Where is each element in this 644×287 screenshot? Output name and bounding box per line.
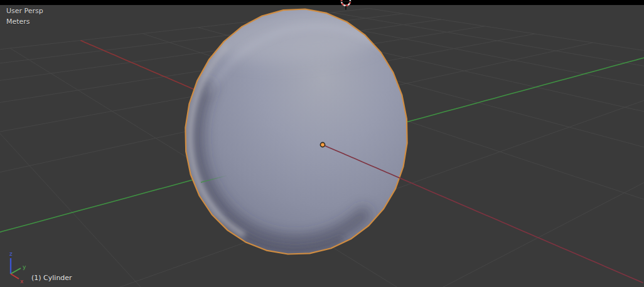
gizmo-y-axis-arm — [11, 268, 21, 274]
selected-object-status: (1) Cylinder — [31, 274, 72, 282]
gizmo-x-axis-arm — [11, 274, 19, 279]
gizmo-z-label: z — [9, 251, 13, 257]
selected-cylinder-object[interactable] — [185, 4, 407, 254]
gizmo-x-label: x — [20, 278, 24, 284]
view-perspective-label: User Persp — [6, 7, 43, 15]
axis-orientation-gizmo: z y x — [1, 249, 35, 287]
viewport-canvas[interactable] — [0, 0, 644, 287]
gizmo-y-label: y — [23, 264, 26, 270]
blender-3d-viewport[interactable]: User Persp Meters (1) Cylinder z y x — [0, 0, 644, 287]
window-top-border — [0, 0, 644, 5]
object-origin-point[interactable] — [320, 142, 325, 147]
unit-scale-label: Meters — [6, 18, 30, 26]
